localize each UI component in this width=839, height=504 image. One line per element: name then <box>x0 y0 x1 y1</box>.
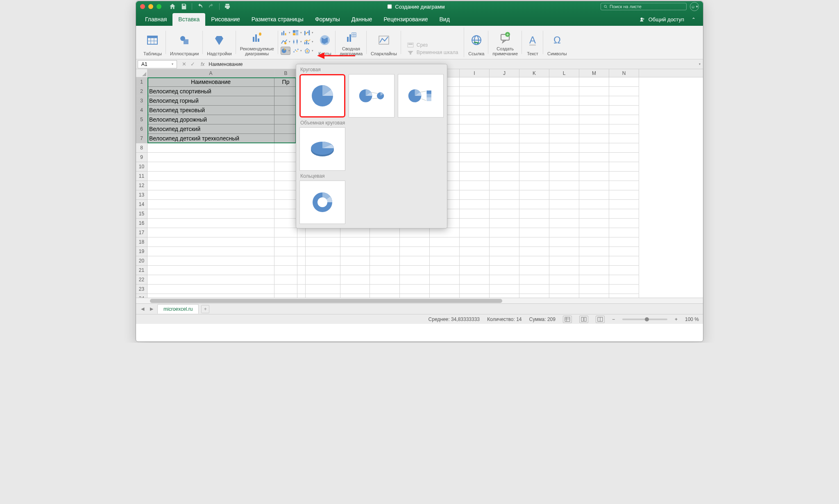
print-icon[interactable] <box>224 3 231 10</box>
cell[interactable] <box>490 115 519 124</box>
cell[interactable] <box>549 172 579 181</box>
cell[interactable] <box>549 87 579 96</box>
cell[interactable] <box>460 181 490 190</box>
cell[interactable] <box>306 256 340 266</box>
view-normal-button[interactable] <box>563 316 572 323</box>
row-header[interactable]: 7 <box>136 134 147 143</box>
cell[interactable] <box>147 181 274 190</box>
cell[interactable] <box>549 219 579 228</box>
cell[interactable] <box>460 285 490 294</box>
cell[interactable] <box>549 275 579 285</box>
cell[interactable] <box>430 285 460 294</box>
row-header[interactable]: 17 <box>136 228 147 237</box>
cell[interactable] <box>579 143 609 153</box>
cell[interactable] <box>460 190 490 200</box>
maximize-window-button[interactable] <box>156 4 161 9</box>
cell[interactable] <box>609 228 639 237</box>
cell[interactable] <box>519 256 549 266</box>
cell[interactable] <box>519 275 549 285</box>
text-group[interactable]: A Текст <box>522 27 543 57</box>
cell[interactable] <box>490 162 519 172</box>
cell[interactable] <box>579 285 609 294</box>
cell[interactable] <box>519 247 549 256</box>
cell[interactable] <box>519 153 549 162</box>
cell[interactable] <box>519 96 549 106</box>
cell[interactable] <box>519 143 549 153</box>
cell[interactable] <box>609 172 639 181</box>
cell[interactable] <box>274 275 297 285</box>
cell[interactable] <box>579 134 609 143</box>
cell[interactable] <box>460 200 490 209</box>
cell[interactable] <box>297 285 306 294</box>
pie-2d-option[interactable] <box>299 74 345 118</box>
cell[interactable] <box>430 228 460 237</box>
row-header[interactable]: 8 <box>136 143 147 153</box>
cell[interactable] <box>460 256 490 266</box>
cell[interactable] <box>297 256 306 266</box>
cell[interactable] <box>579 256 609 266</box>
cell[interactable]: Велосипед детский трехколесный <box>147 134 274 143</box>
collapse-ribbon-button[interactable]: ⌃ <box>687 17 700 26</box>
cell[interactable] <box>490 190 519 200</box>
confirm-formula-icon[interactable]: ✓ <box>190 61 195 67</box>
cell[interactable] <box>490 172 519 181</box>
cell[interactable] <box>549 162 579 172</box>
cell[interactable] <box>490 181 519 190</box>
cell[interactable] <box>430 237 460 247</box>
cell[interactable]: Велосипед горный <box>147 96 274 106</box>
cell[interactable] <box>274 143 297 153</box>
cell[interactable] <box>274 237 297 247</box>
cell[interactable] <box>609 266 639 275</box>
cell[interactable] <box>490 153 519 162</box>
row-header[interactable]: 10 <box>136 162 147 172</box>
cell[interactable] <box>609 256 639 266</box>
symbols-group[interactable]: Ω Символы <box>543 27 571 57</box>
cell[interactable] <box>274 247 297 256</box>
cell[interactable] <box>274 124 297 134</box>
comment-group[interactable]: + Создать примечание <box>488 27 522 57</box>
cell[interactable] <box>147 285 274 294</box>
cell[interactable] <box>274 106 297 115</box>
tables-group[interactable]: Таблицы <box>139 27 166 57</box>
cell[interactable] <box>460 172 490 181</box>
row-header[interactable]: 13 <box>136 190 147 200</box>
cell[interactable] <box>490 275 519 285</box>
column-header[interactable]: J <box>490 69 519 77</box>
undo-icon[interactable] <box>196 3 204 10</box>
cell[interactable] <box>579 190 609 200</box>
cell[interactable] <box>460 143 490 153</box>
sparklines-group[interactable]: Спарклайны <box>367 27 401 57</box>
cell[interactable]: Велосипед трековый <box>147 106 274 115</box>
row-header[interactable]: 11 <box>136 172 147 181</box>
cell[interactable] <box>370 275 400 285</box>
select-all-corner[interactable] <box>136 69 147 77</box>
cell[interactable] <box>549 124 579 134</box>
row-header[interactable]: 14 <box>136 200 147 209</box>
hierarchy-chart-button[interactable]: ▾ <box>292 29 302 37</box>
sheet-next-button[interactable]: ▶ <box>148 306 155 312</box>
statistic-chart-button[interactable]: ▾ <box>292 38 302 46</box>
link-group[interactable]: Ссылка <box>464 27 488 57</box>
cell[interactable] <box>579 96 609 106</box>
row-header[interactable]: 2 <box>136 87 147 96</box>
cell[interactable] <box>609 247 639 256</box>
cell[interactable] <box>519 200 549 209</box>
cell[interactable] <box>549 228 579 237</box>
pie-of-pie-option[interactable] <box>349 74 395 118</box>
zoom-in-button[interactable]: + <box>675 316 678 322</box>
cell[interactable] <box>609 209 639 219</box>
cell[interactable] <box>274 285 297 294</box>
donut-option[interactable] <box>299 181 345 224</box>
cell[interactable] <box>297 228 306 237</box>
cell[interactable] <box>274 134 297 143</box>
cell[interactable] <box>147 172 274 181</box>
cell[interactable] <box>400 275 430 285</box>
cell[interactable] <box>147 228 274 237</box>
recommended-charts-button[interactable]: Рекомендуемые диаграммы <box>236 27 278 57</box>
scatter-chart-button[interactable]: ▾ <box>292 47 302 55</box>
cell[interactable] <box>147 200 274 209</box>
cell[interactable] <box>306 228 340 237</box>
close-window-button[interactable] <box>140 4 145 9</box>
pivot-chart-group[interactable]: Сводная диаграмма <box>336 27 367 57</box>
cell[interactable] <box>579 153 609 162</box>
